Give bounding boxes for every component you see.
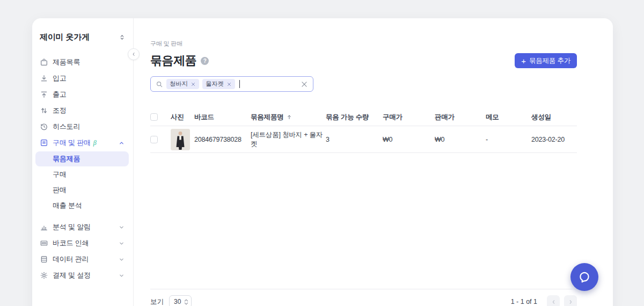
row-checkbox[interactable] [150,136,158,143]
sidebar-subitem-sales[interactable]: 판매 [35,183,129,198]
help-icon[interactable]: ? [201,57,209,65]
product-photo[interactable] [171,129,190,150]
chat-bubble-icon [577,270,591,284]
text-cursor [239,80,240,88]
table-header-row: 사진 바코드 묶음제품명 묶음 가능 수량 구매가 판매가 메모 생성일 [150,108,577,126]
col-memo: 메모 [486,113,531,122]
sidebar-item-outbound[interactable]: 출고 [32,86,133,103]
cell-sale-price: ₩0 [435,136,486,143]
chevron-up-icon [119,140,125,146]
sidebar-subitem-label: 묶음제품 [53,154,80,164]
sidebar-item-analysis-alerts[interactable]: 분석 및 알림 [32,219,133,235]
page-size-select[interactable]: 30 [169,295,192,306]
chevron-left-icon [551,299,557,305]
sidebar-item-label: 히스토리 [53,122,80,132]
col-photo: 사진 [171,113,194,122]
search-input[interactable]: 청바지 울자켓 [150,76,313,92]
product-bag-icon [40,58,48,67]
bar-chart-icon [40,223,48,231]
pagination-range: 1 - 1 of 1 [511,298,537,305]
col-barcode: 바코드 [194,113,251,122]
search-clear-icon[interactable] [301,81,308,88]
stepper-icon [184,299,188,305]
table-row[interactable]: 2084679738028 [세트상품] 청바지 + 울자켓 3 ₩0 ₩0 -… [150,126,577,153]
cell-barcode: 2084679738028 [194,136,251,143]
sidebar-item-label: 분석 및 알림 [53,222,91,232]
prev-page-button[interactable] [547,295,560,306]
sidebar-item-label: 데이터 관리 [53,254,89,264]
sidebar-collapse-button[interactable] [128,48,140,60]
chevron-down-icon [119,257,125,263]
plus-icon: + [521,57,526,65]
document-icon [40,139,48,147]
breadcrumb[interactable]: 구매 및 판매 [150,40,577,48]
search-tag: 울자켓 [202,79,235,89]
table-footer: 보기 30 1 - 1 of 1 [150,289,577,306]
sidebar-item-label: 출고 [53,90,67,99]
sidebar-item-label: 조정 [53,106,67,115]
sidebar-item-purchase-sales[interactable]: 구매 및 판매 β [32,135,133,151]
gear-icon [40,271,48,280]
cell-bundle-name: [세트상품] 청바지 + 울자켓 [251,130,326,149]
add-bundle-button[interactable]: + 묶음제품 추가 [515,53,577,68]
search-tag: 청바지 [166,79,199,89]
cell-purchase-price: ₩0 [383,136,435,143]
sidebar-item-label: 제품목록 [53,57,80,67]
next-page-button[interactable] [564,295,577,306]
sidebar-item-label: 구매 및 판매 [53,138,91,148]
sidebar-item-label: 입고 [53,74,67,83]
page-title: 묶음제품 [150,53,196,69]
sidebar-subitem-bundle-products[interactable]: 묶음제품 [35,151,129,166]
col-available-qty: 묶음 가능 수량 [326,113,383,122]
beta-badge: β [93,139,97,147]
sidebar-item-history[interactable]: 히스토리 [32,119,133,135]
sidebar-item-billing-settings[interactable]: 결제 및 설정 [32,267,133,283]
sidebar-item-label: 결제 및 설정 [53,271,91,280]
sidebar-item-adjust[interactable]: 조정 [32,103,133,119]
app-card: 제이미 옷가게 제품목록 입고 출고 조정 [32,18,613,306]
unfold-more-icon [119,34,126,41]
chat-launcher-button[interactable] [570,263,598,291]
col-sale-price: 판매가 [435,113,486,122]
barcode-icon [40,239,48,247]
cell-created: 2023-02-20 [531,136,577,143]
col-bundle-name[interactable]: 묶음제품명 [251,113,326,122]
chevron-right-icon [568,299,574,305]
cell-memo: - [486,136,531,143]
sidebar-item-inbound[interactable]: 입고 [32,70,133,86]
sidebar-subitem-label: 판매 [53,185,67,195]
sidebar-subitem-label: 매출 분석 [53,201,82,210]
upload-icon [40,90,48,99]
sidebar-subitem-label: 구매 [53,170,67,179]
search-tag-label: 청바지 [170,80,188,88]
chevron-left-icon [131,52,136,57]
chevron-down-icon [119,273,125,279]
chevron-down-icon [119,241,125,246]
select-all-checkbox[interactable] [150,113,158,121]
col-purchase-price: 구매가 [383,113,435,122]
cell-available-qty: 3 [326,136,383,143]
store-name: 제이미 옷가게 [40,32,90,42]
search-tag-label: 울자켓 [206,80,224,88]
sort-ascending-icon [286,114,292,120]
sidebar-item-product-list[interactable]: 제품목록 [32,54,133,70]
add-bundle-button-label: 묶음제품 추가 [529,56,570,65]
bundle-table: 사진 바코드 묶음제품명 묶음 가능 수량 구매가 판매가 메모 생성일 [150,108,577,153]
sidebar-subitem-sales-analysis[interactable]: 매출 분석 [35,198,129,213]
page-size-value: 30 [174,298,181,305]
tag-remove-icon[interactable] [191,82,196,87]
arrows-up-down-icon [40,106,48,115]
sidebar: 제이미 옷가게 제품목록 입고 출고 조정 [32,18,134,306]
col-created: 생성일 [531,113,577,122]
store-selector[interactable]: 제이미 옷가게 [32,18,133,42]
search-icon [156,81,163,88]
view-label: 보기 [150,297,164,306]
sidebar-item-barcode-print[interactable]: 바코드 인쇄 [32,235,133,251]
sidebar-subitem-purchase[interactable]: 구매 [35,167,129,182]
database-icon [40,255,48,264]
download-icon [40,74,48,83]
tag-remove-icon[interactable] [226,82,232,87]
main-content: 구매 및 판매 묶음제품 ? + 묶음제품 추가 청바지 울자켓 [134,18,613,306]
history-icon [40,122,48,131]
sidebar-item-data-management[interactable]: 데이터 관리 [32,251,133,267]
